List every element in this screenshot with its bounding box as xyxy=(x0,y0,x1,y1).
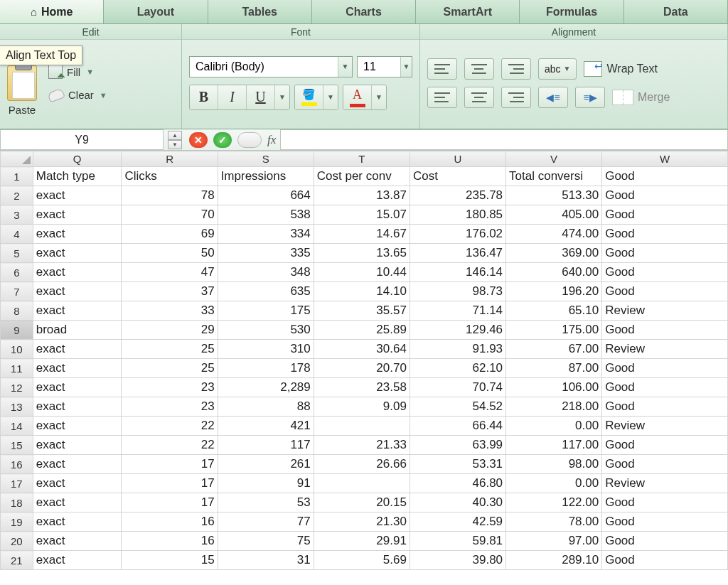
cell[interactable]: 78 xyxy=(122,186,218,205)
cell[interactable]: Good xyxy=(602,263,728,282)
cell[interactable]: exact xyxy=(33,532,122,551)
select-all-corner[interactable] xyxy=(1,151,33,167)
cell[interactable]: 176.02 xyxy=(410,225,505,244)
cell[interactable]: 46.80 xyxy=(410,474,505,493)
cell[interactable]: 22 xyxy=(122,417,218,436)
cell[interactable]: 37 xyxy=(122,282,218,301)
cell[interactable]: 136.47 xyxy=(410,244,505,263)
cell[interactable]: 71.14 xyxy=(410,301,505,321)
cell[interactable]: 98.73 xyxy=(410,282,505,301)
row-header[interactable]: 17 xyxy=(1,474,33,493)
cell[interactable]: 21.33 xyxy=(314,436,410,455)
cell[interactable]: 91.93 xyxy=(410,340,505,359)
cell[interactable]: Good xyxy=(602,244,728,263)
cell[interactable]: 20.15 xyxy=(314,493,410,512)
cell[interactable]: 146.14 xyxy=(410,263,505,282)
cell[interactable]: 65.10 xyxy=(506,301,602,321)
cell[interactable]: broad xyxy=(33,321,122,340)
cell[interactable]: exact xyxy=(33,359,122,378)
cell[interactable]: 26.66 xyxy=(314,455,410,474)
increase-indent-button[interactable]: ≡▶ xyxy=(575,87,605,108)
tab-formulas[interactable]: Formulas xyxy=(520,0,623,23)
cell[interactable]: Clicks xyxy=(122,167,218,186)
col-header-V[interactable]: V xyxy=(506,151,602,167)
tab-home[interactable]: ⌂Home xyxy=(0,0,104,23)
cell[interactable]: 17 xyxy=(122,455,218,474)
cell[interactable]: Good xyxy=(602,512,728,532)
cell[interactable]: 29.91 xyxy=(314,532,410,551)
cell[interactable]: 530 xyxy=(218,321,314,340)
formula-input[interactable] xyxy=(280,129,728,150)
font-size-combo[interactable]: ▼ xyxy=(357,56,412,77)
spreadsheet-grid[interactable]: QRSTUVW 1Match typeClicksImpressionsCost… xyxy=(0,151,728,570)
cell[interactable]: exact xyxy=(33,512,122,532)
cell[interactable]: Good xyxy=(602,532,728,551)
cell[interactable]: 54.52 xyxy=(410,397,505,417)
cell[interactable]: 35.57 xyxy=(314,301,410,321)
cell[interactable]: exact xyxy=(33,474,122,493)
cell[interactable]: 20.70 xyxy=(314,359,410,378)
cell[interactable]: 14.67 xyxy=(314,225,410,244)
cell[interactable]: 29 xyxy=(122,321,218,340)
row-header[interactable]: 20 xyxy=(1,532,33,551)
cell[interactable]: 664 xyxy=(218,186,314,205)
cell[interactable]: 474.00 xyxy=(506,225,602,244)
cell[interactable]: 25 xyxy=(122,359,218,378)
font-name-combo[interactable]: ▼ xyxy=(189,56,353,77)
chevron-down-icon[interactable]: ▼ xyxy=(323,85,338,109)
align-top-button[interactable] xyxy=(427,58,457,80)
bold-button[interactable]: B xyxy=(190,85,218,109)
cell[interactable]: 33 xyxy=(122,301,218,321)
row-header[interactable]: 12 xyxy=(1,378,33,397)
name-box-stepper[interactable]: ▲ ▼ xyxy=(168,131,182,149)
cell[interactable]: exact xyxy=(33,282,122,301)
cell[interactable]: 53 xyxy=(218,493,314,512)
cell[interactable]: 50 xyxy=(122,244,218,263)
col-header-R[interactable]: R xyxy=(122,151,218,167)
cell[interactable]: 39.80 xyxy=(410,551,505,570)
cell[interactable]: Review xyxy=(602,474,728,493)
cell[interactable]: 117.00 xyxy=(506,436,602,455)
tab-layout[interactable]: Layout xyxy=(104,0,208,23)
cell[interactable]: exact xyxy=(33,263,122,282)
cell[interactable]: 40.30 xyxy=(410,493,505,512)
decrease-indent-button[interactable]: ◀≡ xyxy=(538,87,568,108)
cell[interactable]: exact xyxy=(33,551,122,570)
cell[interactable]: 78.00 xyxy=(506,512,602,532)
row-header[interactable]: 4 xyxy=(1,225,33,244)
cell[interactable]: Review xyxy=(602,340,728,359)
cell[interactable]: Cost xyxy=(410,167,505,186)
merge-button[interactable]: Merge xyxy=(612,90,670,105)
cell[interactable]: 0.00 xyxy=(506,474,602,493)
name-box[interactable]: Y9 xyxy=(0,129,164,150)
cell[interactable]: exact xyxy=(33,225,122,244)
cell[interactable]: 0.00 xyxy=(506,417,602,436)
cell[interactable]: 334 xyxy=(218,225,314,244)
cell[interactable]: 15 xyxy=(122,551,218,570)
fx-oval-button[interactable] xyxy=(237,132,262,148)
chevron-down-icon[interactable]: ▼ xyxy=(372,85,386,109)
cell[interactable]: exact xyxy=(33,340,122,359)
cell[interactable]: 178 xyxy=(218,359,314,378)
cell[interactable]: 91 xyxy=(218,474,314,493)
cell[interactable]: Review xyxy=(602,417,728,436)
chevron-up-icon[interactable]: ▲ xyxy=(168,131,182,140)
cell[interactable]: Good xyxy=(602,167,728,186)
cell[interactable]: 22 xyxy=(122,436,218,455)
cell[interactable]: 75 xyxy=(218,532,314,551)
cell[interactable]: 42.59 xyxy=(410,512,505,532)
cell[interactable]: 13.87 xyxy=(314,186,410,205)
cell[interactable]: 70.74 xyxy=(410,378,505,397)
cell[interactable]: Cost per conv xyxy=(314,167,410,186)
tab-charts[interactable]: Charts xyxy=(312,0,416,23)
cell[interactable]: 369.00 xyxy=(506,244,602,263)
row-header[interactable]: 3 xyxy=(1,205,33,225)
row-header[interactable]: 5 xyxy=(1,244,33,263)
cell[interactable]: 98.00 xyxy=(506,455,602,474)
row-header[interactable]: 21 xyxy=(1,551,33,570)
cell[interactable]: Good xyxy=(602,455,728,474)
row-header[interactable]: 8 xyxy=(1,301,33,321)
cell[interactable]: 15.07 xyxy=(314,205,410,225)
cell[interactable]: 538 xyxy=(218,205,314,225)
cell[interactable]: 9.09 xyxy=(314,397,410,417)
